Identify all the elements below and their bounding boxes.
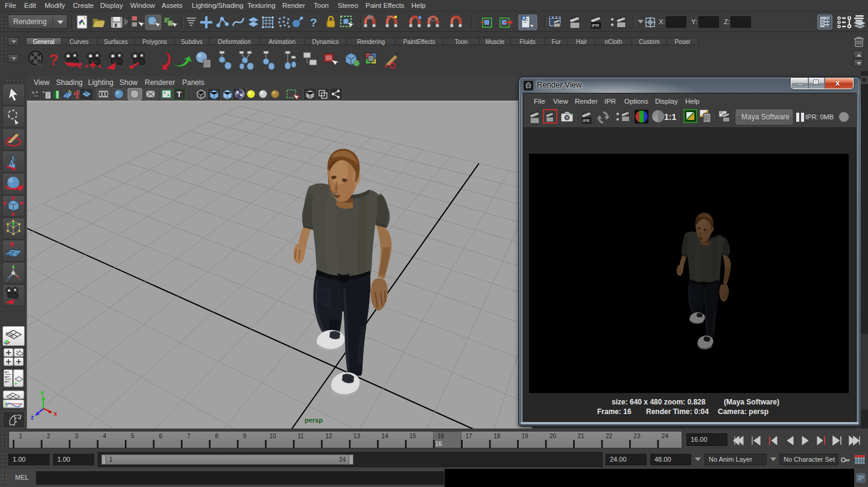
svg-text:4: 4 — [103, 433, 107, 439]
svg-text:10: 10 — [270, 433, 277, 439]
svg-text:9: 9 — [243, 433, 247, 439]
svg-text:19: 19 — [522, 433, 529, 439]
svg-text:y: y — [40, 389, 44, 396]
svg-text:21: 21 — [577, 433, 584, 439]
svg-text:22: 22 — [606, 433, 613, 439]
svg-text:20: 20 — [550, 433, 557, 439]
svg-text:14: 14 — [381, 433, 388, 439]
svg-text:1: 1 — [19, 433, 22, 439]
svg-text:x: x — [54, 410, 57, 417]
svg-text:?: ? — [49, 51, 59, 69]
svg-text:2: 2 — [47, 433, 51, 439]
svg-text:12: 12 — [325, 433, 332, 439]
svg-text:24: 24 — [662, 433, 669, 439]
svg-text:7: 7 — [187, 433, 191, 439]
svg-text:1:1: 1:1 — [664, 112, 676, 122]
svg-text:Maya Software: Maya Software — [741, 113, 790, 121]
svg-text:persp: persp — [305, 416, 323, 424]
svg-text:IPR: IPR — [583, 119, 590, 123]
svg-text:6: 6 — [159, 433, 162, 439]
svg-text:23: 23 — [633, 433, 641, 439]
svg-text:?: ? — [310, 16, 317, 29]
svg-text:11: 11 — [297, 433, 304, 439]
svg-text:z: z — [31, 414, 34, 421]
svg-text:13: 13 — [353, 433, 361, 439]
svg-text:IPR: IPR — [592, 23, 600, 28]
svg-text:IPR: 0MB: IPR: 0MB — [805, 113, 834, 121]
svg-text:15: 15 — [410, 433, 417, 439]
svg-text:16: 16 — [435, 441, 442, 447]
svg-text:17: 17 — [466, 433, 473, 439]
svg-text:T: T — [177, 90, 182, 99]
svg-text:8: 8 — [215, 433, 218, 439]
svg-text:16: 16 — [437, 433, 445, 439]
svg-text:5: 5 — [131, 433, 135, 439]
svg-text:18: 18 — [493, 433, 501, 439]
svg-text:3: 3 — [75, 433, 78, 439]
